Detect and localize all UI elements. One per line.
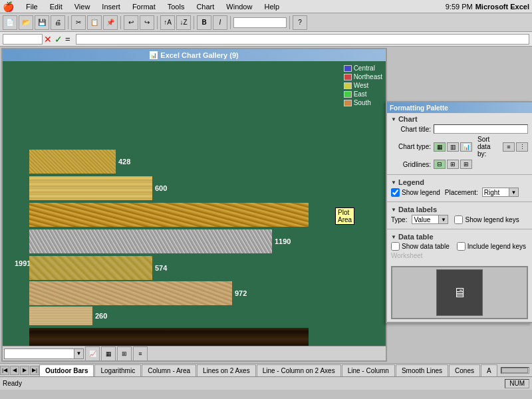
toolbar-copy[interactable]: 📋 — [87, 15, 102, 30]
tab-logarithmic[interactable]: Logarithmic — [94, 364, 141, 376]
type-dropdown[interactable]: Value ▼ — [412, 215, 448, 224]
tab-scroll-thumb[interactable] — [501, 368, 528, 373]
menu-file[interactable]: File — [23, 3, 41, 11]
tab-outdoor-bars[interactable]: Outdoor Bars — [39, 364, 94, 376]
toolbar-open[interactable]: 📂 — [19, 15, 33, 30]
tab-nav-prev[interactable]: ◀ — [10, 366, 19, 375]
placement-value: Right — [483, 189, 509, 196]
show-data-table-row: Show data table Include legend keys — [391, 242, 528, 251]
toolbar-cut[interactable]: ✂ — [71, 15, 86, 30]
tab-scrollbar[interactable] — [501, 367, 529, 374]
menu-view[interactable]: View — [72, 3, 93, 11]
toolbar-new[interactable]: 📄 — [3, 15, 17, 30]
font-name-input[interactable] — [233, 17, 287, 28]
include-legend-keys-checkbox[interactable] — [457, 242, 466, 251]
toolbar-sep-4 — [194, 16, 194, 29]
thumbnail-image: 🖥 — [436, 269, 483, 316]
tab-a[interactable]: A — [481, 364, 497, 376]
divider-1 — [387, 174, 532, 175]
menu-help[interactable]: Help — [261, 3, 282, 11]
menu-edit[interactable]: Edit — [47, 3, 65, 11]
toolbar-help[interactable]: ? — [293, 15, 307, 30]
toolbar-sort-desc[interactable]: ↓Z — [176, 15, 191, 30]
toolbar-redo[interactable]: ↪ — [140, 15, 154, 30]
toolbar-save[interactable]: 💾 — [35, 15, 49, 30]
legend-item-northeast: Northeast — [344, 73, 382, 80]
tab-line-column-2-axes[interactable]: Line - Column on 2 Axes — [257, 364, 341, 376]
menubar: 🍎 File Edit View Insert Format Tools Cha… — [0, 0, 532, 13]
chart-line-icon[interactable]: 📈 — [85, 346, 100, 361]
chart-section-label: Chart — [398, 115, 418, 123]
legend-color-northeast — [344, 74, 352, 80]
worksheet-label: Worksheet — [391, 252, 423, 259]
chart-format-icon[interactable]: ≡ — [133, 346, 148, 361]
gridlines-both-icon[interactable]: ⊞ — [460, 160, 472, 169]
show-legend-label: Show legend — [402, 189, 440, 196]
toolbar-sort-asc[interactable]: ↑A — [160, 15, 175, 30]
cell-reference[interactable] — [3, 34, 43, 45]
tab-nav-last[interactable]: ▶| — [30, 366, 39, 375]
legend-item-central: Central — [344, 65, 382, 72]
menu-format[interactable]: Format — [130, 3, 158, 11]
tab-line-column[interactable]: Line - Column — [342, 364, 395, 376]
toolbar-bold[interactable]: B — [197, 15, 211, 30]
show-legend-checkbox[interactable] — [391, 188, 400, 197]
chart-type-col-icon[interactable]: ▥ — [447, 142, 459, 152]
data-table-section-label: Data table — [398, 233, 434, 241]
data-table-triangle-icon[interactable]: ▼ — [391, 234, 396, 240]
gridlines-v-icon[interactable]: ⊞ — [447, 160, 459, 169]
type-label: Type: — [391, 216, 407, 223]
chart-grid-icon[interactable]: ⊞ — [117, 346, 132, 361]
bar-6 — [29, 281, 232, 305]
tab-lines-2-axes[interactable]: Lines on 2 Axes — [197, 364, 256, 376]
toolbar-italic[interactable]: I — [213, 15, 227, 30]
toolbar-print[interactable]: 🖨 — [51, 15, 65, 30]
sort-cols-icon[interactable]: ⋮ — [516, 142, 528, 152]
type-row: Type: Value ▼ Show legend keys — [391, 215, 528, 224]
legend-color-east — [344, 91, 352, 98]
chart-section-triangle-icon[interactable]: ▼ — [391, 116, 396, 122]
menu-insert[interactable]: Insert — [99, 3, 123, 11]
tab-cones[interactable]: Cones — [449, 364, 480, 376]
data-labels-triangle-icon[interactable]: ▼ — [391, 207, 396, 213]
chart-type-line-icon[interactable]: 📊 — [460, 142, 472, 152]
apple-menu[interactable]: 🍎 — [3, 1, 14, 12]
palette-title: Formatting Palette — [390, 104, 448, 112]
tab-column-area[interactable]: Column - Area — [142, 364, 196, 376]
toolbar-paste[interactable]: 📌 — [103, 15, 118, 30]
chart-title-row: Chart title: — [391, 124, 528, 134]
menu-chart[interactable]: Chart — [194, 3, 217, 11]
chart-type-bar-icon[interactable]: ▦ — [434, 142, 446, 152]
bar-4 — [29, 229, 272, 253]
gridlines-h-icon[interactable]: ⊟ — [434, 160, 446, 169]
chart-title-input[interactable] — [434, 124, 528, 134]
placement-dropdown-arrow-icon[interactable]: ▼ — [509, 188, 518, 196]
show-data-table-checkbox[interactable] — [391, 242, 400, 251]
formula-confirm-btn[interactable]: ✓ — [55, 34, 64, 45]
toolbar-undo[interactable]: ↩ — [124, 15, 138, 30]
tab-smooth-lines[interactable]: Smooth Lines — [396, 364, 448, 376]
toolbar-sep-1 — [68, 16, 68, 29]
show-legend-keys-label: Show legend keys — [465, 216, 519, 223]
sort-rows-icon[interactable]: ≡ — [503, 142, 515, 152]
chart-dropdown-arrow-icon[interactable]: ▼ — [74, 349, 83, 358]
formula-cancel-btn[interactable]: ✕ — [44, 34, 53, 45]
formula-input[interactable] — [76, 34, 529, 45]
menu-window[interactable]: Window — [223, 3, 255, 11]
type-dropdown-arrow-icon[interactable]: ▼ — [438, 215, 448, 223]
chart-type-label: Chart type: — [391, 143, 431, 150]
legend-label-northeast: Northeast — [354, 73, 382, 80]
chart-type-dropdown[interactable]: ▼ — [4, 348, 84, 359]
bar-row-5: 574 — [29, 255, 167, 281]
tab-nav-next[interactable]: ▶ — [20, 366, 29, 375]
placement-dropdown[interactable]: Right ▼ — [482, 188, 519, 197]
bar-3 — [29, 203, 309, 227]
legend-section-triangle-icon[interactable]: ▼ — [391, 180, 396, 186]
menubar-right: 9:59 PM Microsoft Excel — [446, 3, 529, 11]
menu-tools[interactable]: Tools — [165, 3, 188, 11]
bar-2 — [29, 176, 152, 200]
tab-nav-first[interactable]: |◀ — [0, 366, 9, 375]
show-legend-keys-checkbox[interactable] — [454, 215, 463, 224]
bar-5 — [29, 256, 152, 280]
chart-bar-icon[interactable]: ▦ — [101, 346, 116, 361]
